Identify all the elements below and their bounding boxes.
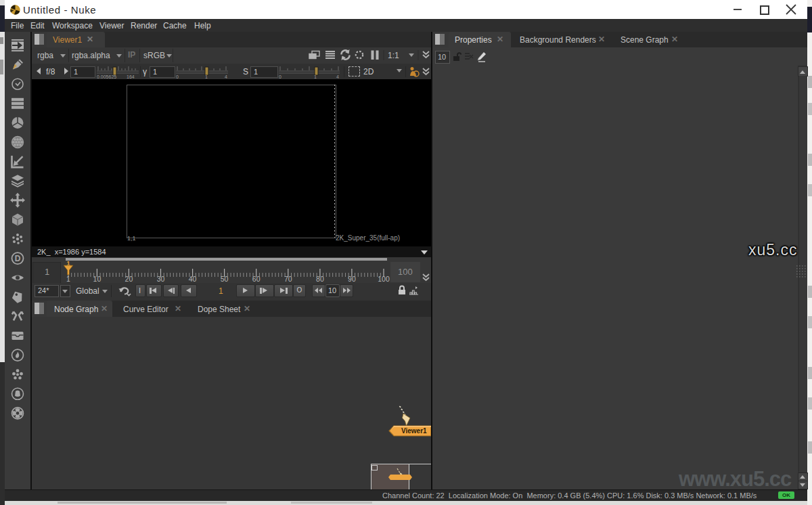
svg-text:164: 164 (127, 74, 135, 79)
svg-text:40: 40 (189, 275, 197, 283)
svg-text:10: 10 (93, 275, 102, 283)
svg-text:90: 90 (348, 275, 356, 283)
svg-text:30: 30 (157, 275, 165, 283)
svg-text:100: 100 (378, 275, 390, 283)
svg-text:0: 0 (279, 74, 281, 79)
svg-text:1: 1 (314, 74, 317, 79)
svg-text:1: 1 (66, 275, 70, 283)
svg-text:Viewer1: Viewer1 (401, 427, 427, 435)
svg-text:80: 80 (316, 275, 324, 283)
svg-text:0.005625: 0.005625 (97, 74, 116, 79)
svg-text:70: 70 (284, 275, 292, 283)
svg-text:20: 20 (125, 275, 133, 283)
svg-text:1: 1 (205, 74, 208, 79)
svg-text:0: 0 (176, 74, 179, 79)
svg-text:60: 60 (252, 275, 261, 283)
svg-text:4: 4 (336, 74, 339, 79)
svg-text:50: 50 (221, 275, 229, 283)
svg-text:4: 4 (225, 74, 227, 79)
svg-text:1:1: 1:1 (388, 51, 399, 60)
svg-text:D: D (15, 254, 21, 263)
